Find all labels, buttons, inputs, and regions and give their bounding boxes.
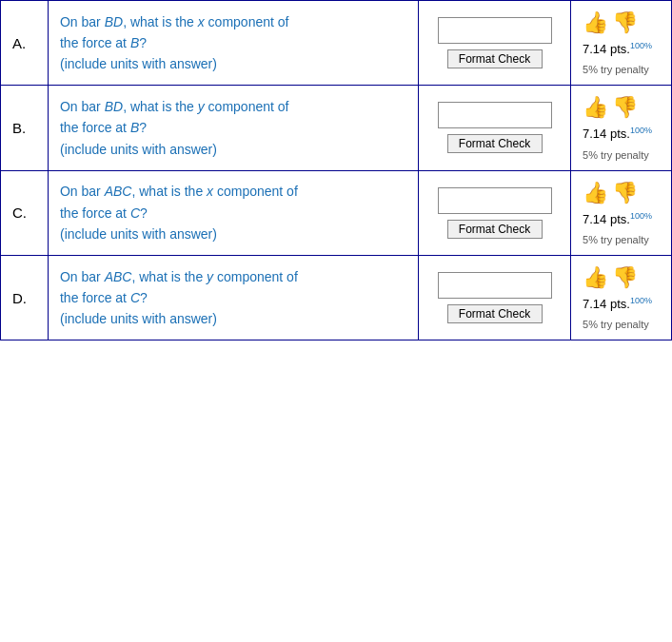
score-cell-2: 👍👎7.14 pts.100%5% try penalty [571, 170, 672, 255]
question-line3: (include units with answer) [60, 224, 406, 244]
score-value: 7.14 pts.100% [583, 211, 660, 226]
question-line2: the force at B? [60, 117, 406, 138]
answer-input-d[interactable] [438, 272, 552, 299]
try-penalty: 5% try penalty [583, 149, 660, 161]
question-cell-1: On bar BD, what is the y component ofthe… [48, 86, 418, 170]
row-label-c: C. [1, 170, 49, 255]
thumbs-icons: 👍👎 [583, 181, 660, 205]
question-line2: the force at C? [60, 203, 406, 224]
row-label-b: B. [1, 86, 49, 170]
score-cell-0: 👍👎7.14 pts.100%5% try penalty [571, 1, 672, 86]
question-line1: On bar BD, what is the y component of [60, 96, 406, 117]
thumbs-down-icon[interactable]: 👎 [612, 95, 638, 120]
question-table: A.On bar BD, what is the x component oft… [0, 0, 672, 340]
label-text: C. [12, 204, 27, 221]
question-cell-2: On bar ABC, what is the x component ofth… [48, 170, 418, 255]
thumbs-up-icon[interactable]: 👍 [583, 10, 608, 35]
format-check-button-3[interactable]: Format Check [447, 304, 543, 323]
score-value: 7.14 pts.100% [583, 41, 660, 56]
label-text: A. [12, 35, 26, 51]
try-penalty: 5% try penalty [583, 234, 660, 245]
try-penalty: 5% try penalty [583, 64, 660, 75]
score-cell-3: 👍👎7.14 pts.100%5% try penalty [571, 255, 672, 340]
answer-cell-1: Format Check [419, 86, 571, 170]
score-value: 7.14 pts.100% [583, 296, 660, 311]
answer-input-c[interactable] [438, 187, 552, 214]
label-text: D. [12, 290, 27, 306]
thumbs-up-icon[interactable]: 👍 [583, 95, 608, 120]
thumbs-down-icon[interactable]: 👎 [612, 181, 638, 205]
format-check-button-0[interactable]: Format Check [447, 49, 543, 68]
row-label-d: D. [1, 255, 49, 340]
question-line1: On bar BD, what is the x component of [60, 11, 406, 32]
score-value: 7.14 pts.100% [583, 126, 660, 141]
question-line2: the force at C? [60, 287, 406, 308]
format-check-button-2[interactable]: Format Check [447, 220, 543, 239]
score-cell-1: 👍👎7.14 pts.100%5% try penalty [571, 86, 672, 170]
thumbs-down-icon[interactable]: 👎 [612, 10, 638, 35]
question-line3: (include units with answer) [60, 139, 406, 160]
question-line3: (include units with answer) [60, 308, 406, 329]
label-text: B. [12, 120, 26, 136]
thumbs-down-icon[interactable]: 👎 [612, 265, 638, 290]
question-line3: (include units with answer) [60, 53, 406, 74]
answer-cell-0: Format Check [419, 1, 571, 86]
question-cell-3: On bar ABC, what is the y component ofth… [48, 255, 418, 340]
answer-input-b[interactable] [438, 102, 552, 128]
thumbs-icons: 👍👎 [583, 10, 660, 35]
thumbs-icons: 👍👎 [583, 265, 660, 290]
question-cell-0: On bar BD, what is the x component ofthe… [48, 1, 418, 86]
answer-cell-2: Format Check [419, 170, 571, 255]
question-line2: the force at B? [60, 32, 406, 53]
thumbs-icons: 👍👎 [583, 95, 660, 120]
thumbs-up-icon[interactable]: 👍 [583, 181, 608, 205]
question-line1: On bar ABC, what is the y component of [60, 266, 406, 287]
answer-cell-3: Format Check [419, 255, 571, 340]
thumbs-up-icon[interactable]: 👍 [583, 265, 608, 290]
format-check-button-1[interactable]: Format Check [447, 134, 543, 153]
answer-input-a[interactable] [438, 17, 552, 44]
try-penalty: 5% try penalty [583, 319, 660, 330]
row-label-a: A. [1, 1, 49, 86]
question-line1: On bar ABC, what is the x component of [60, 181, 406, 202]
